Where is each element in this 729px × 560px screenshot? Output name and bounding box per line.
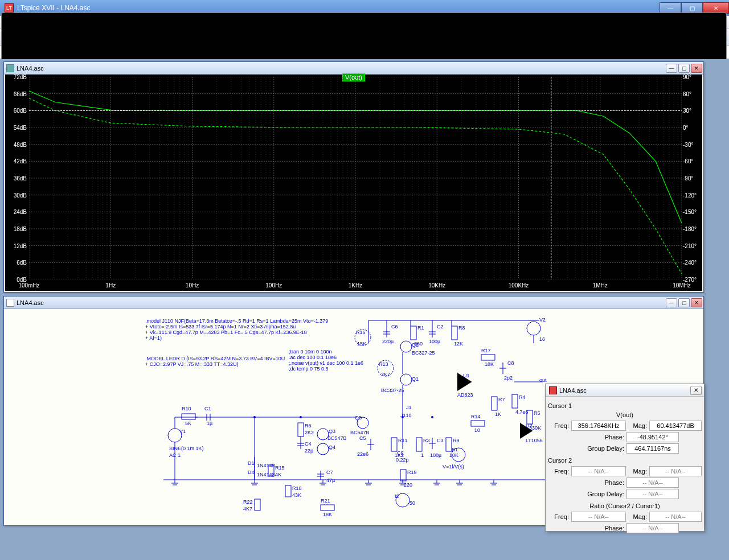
svg-rect-170 [512, 394, 518, 408]
app-title: LTspice XVII - LNA4.asc [17, 4, 91, 12]
svg-point-89 [527, 322, 540, 335]
svg-rect-168 [492, 397, 497, 410]
close-button[interactable]: ✕ [703, 2, 729, 14]
cursor2-freq-input[interactable] [571, 466, 626, 476]
plot-window: LNA4.asc — ▢ ✕ V(out) 100mHz1Hz10Hz100Hz… [3, 61, 704, 293]
maximize-button[interactable]: ▢ [681, 2, 703, 14]
svg-rect-165 [481, 355, 495, 360]
sch-maximize-button[interactable]: ▢ [678, 298, 690, 307]
ratio-header: Ratio (Cursor2 / Cursor1) [548, 501, 702, 510]
cursor-panel[interactable]: LNA4.asc ✕ Cursor 1 V(out) Freq: Mag: Ph… [545, 384, 705, 532]
window-controls: — ▢ ✕ [660, 2, 729, 14]
freq-label: Freq: [548, 422, 571, 429]
svg-rect-145 [411, 326, 416, 340]
mag-label: Mag: [626, 513, 649, 520]
svg-point-91 [168, 429, 182, 442]
gdelay-label: Group Delay: [548, 445, 626, 452]
document-tabs: LNA4.asc LNA4.asc [0, 46, 729, 59]
cursor1-mag-input[interactable] [649, 421, 702, 431]
cursor1-trace: V(out) [548, 410, 702, 419]
phase-label: Phase: [548, 525, 626, 532]
mag-label: Mag: [626, 468, 649, 475]
plot-close-button[interactable]: ✕ [691, 64, 702, 73]
svg-point-152 [400, 341, 412, 352]
freq-label: Freq: [548, 468, 571, 475]
svg-rect-149 [452, 326, 457, 340]
svg-rect-162 [400, 470, 406, 481]
plot-titlebar[interactable]: LNA4.asc — ▢ ✕ [4, 62, 703, 75]
svg-point-185 [300, 416, 302, 418]
cursor1-phase-input[interactable] [626, 432, 679, 442]
cursor1-freq-input[interactable] [571, 421, 626, 431]
cursor2-mag-input[interactable] [649, 466, 702, 476]
cursor2-phase-input[interactable] [626, 477, 679, 488]
cursor-title: LNA4.asc [559, 387, 587, 394]
mag-label: Mag: [626, 422, 649, 429]
app-icon [549, 386, 557, 394]
svg-rect-126 [298, 423, 304, 437]
svg-point-187 [431, 416, 433, 418]
ratio-phase-input[interactable] [626, 523, 679, 533]
plot-area[interactable]: V(out) 100mHz1Hz10Hz100Hz1KHz10KHz100KHz… [5, 75, 702, 291]
svg-point-164 [452, 448, 465, 462]
gdelay-label: Group Delay: [548, 491, 626, 497]
cursor-titlebar[interactable]: LNA4.asc ✕ [546, 384, 704, 397]
svg-point-184 [253, 416, 256, 418]
sch-close-button[interactable]: ✕ [691, 298, 702, 307]
phase-label: Phase: [548, 434, 626, 440]
svg-rect-135 [255, 499, 260, 510]
cursor2-gdelay-input[interactable] [626, 489, 679, 499]
svg-rect-134 [285, 485, 291, 497]
freq-label: Freq: [548, 513, 571, 520]
svg-rect-158 [416, 438, 422, 451]
cursor1-header: Cursor 1 [548, 401, 702, 410]
app-icon: LT [5, 3, 14, 13]
plot-maximize-button[interactable]: ▢ [678, 64, 690, 73]
plot-minimize-button[interactable]: — [666, 64, 677, 73]
ratio-mag-input[interactable] [649, 512, 702, 522]
svg-rect-94 [182, 414, 195, 419]
svg-point-163 [396, 493, 409, 507]
svg-point-140 [357, 417, 368, 429]
svg-rect-133 [268, 465, 274, 476]
svg-rect-139 [321, 505, 334, 510]
schematic-titlebar[interactable]: LNA4.asc — ▢ ✕ [4, 297, 703, 309]
plot-title: LNA4.asc [17, 65, 44, 72]
svg-rect-169 [471, 421, 485, 426]
minimize-button[interactable]: — [660, 2, 681, 14]
sch-minimize-button[interactable]: — [666, 298, 677, 307]
plot-icon [6, 64, 14, 72]
svg-point-151 [400, 374, 412, 385]
cursor2-header: Cursor 2 [548, 456, 702, 465]
svg-point-131 [317, 443, 329, 455]
workspace: LNA4.asc — ▢ ✕ V(out) 100mHz1Hz10Hz100Hz… [0, 59, 729, 560]
cursor-body: Cursor 1 V(out) Freq: Mag: Phase: Group … [546, 397, 704, 537]
cursor1-gdelay-input[interactable] [626, 443, 679, 454]
cursor-close-button[interactable]: ✕ [690, 386, 702, 395]
svg-point-150 [378, 360, 394, 376]
schematic-icon [6, 299, 14, 307]
ratio-freq-input[interactable] [571, 512, 626, 522]
svg-rect-161 [446, 438, 452, 451]
svg-rect-171 [527, 410, 533, 424]
svg-point-186 [402, 416, 404, 418]
schematic-title: LNA4.asc [17, 299, 44, 306]
phase-label: Phase: [548, 479, 626, 486]
svg-rect-156 [391, 438, 397, 451]
svg-point-130 [317, 429, 329, 440]
